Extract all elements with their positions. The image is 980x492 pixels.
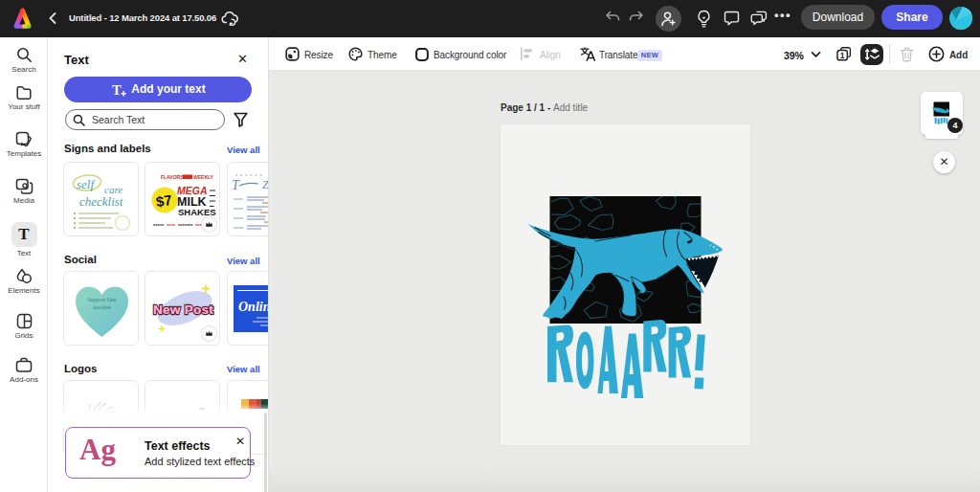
svg-text:T: T <box>232 178 240 192</box>
svg-text:1: 1 <box>840 51 845 60</box>
svg-text:Support One: Support One <box>87 297 117 302</box>
svg-text:x x x x x x: x x x x x x <box>235 172 263 177</box>
svg-text:SHAKES: SHAKES <box>178 207 216 217</box>
svg-text:Another: Another <box>93 304 112 310</box>
svg-text:T: T <box>112 82 122 97</box>
svg-text:FLAVORS: FLAVORS <box>161 174 184 180</box>
svg-text:New Post: New Post <box>153 302 213 317</box>
svg-text:Online: Online <box>238 300 269 314</box>
svg-text:$7: $7 <box>155 191 173 210</box>
svg-text:xxxx: xxxx <box>167 222 176 227</box>
svg-text:WEEKLY: WEEKLY <box>193 174 214 180</box>
svg-text:Z: Z <box>262 178 269 191</box>
svg-text:self: self <box>77 177 96 191</box>
svg-text:xxxxx: xxxxx <box>153 222 165 227</box>
svg-text:checklist: checklist <box>79 194 123 209</box>
svg-text:xxxxxxx: xxxxxxx <box>178 222 193 227</box>
